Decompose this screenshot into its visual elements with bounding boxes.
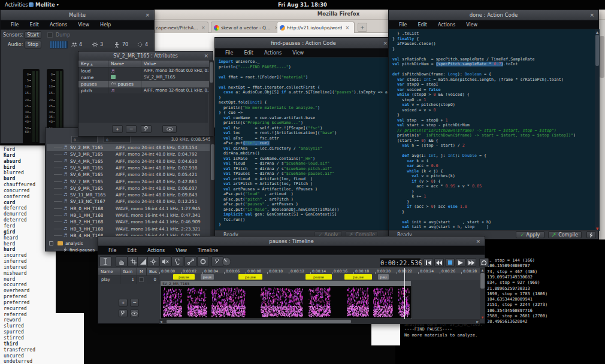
stop-button[interactable] [445, 258, 455, 267]
track-gain[interactable]: 1 [120, 276, 137, 284]
mute-tool-button[interactable] [159, 256, 171, 267]
timeline-titlebar[interactable]: pauses : Timeline × [98, 236, 485, 246]
column-name[interactable]: Name [98, 268, 120, 276]
track-name[interactable]: play [98, 276, 120, 284]
firefox-tab-1[interactable]: skew of a vector - Qwan...× [211, 22, 282, 33]
pause-marker[interactable]: pause [173, 274, 195, 280]
file-row-SV_13_NC_T167[interactable]: ♬SV_13_NC_T167AIFF, mono 24-int 48.0 kHz… [47, 198, 210, 205]
playhead-cursor[interactable] [404, 268, 405, 319]
file-row-SV_3_MR_T165[interactable]: ♬SV_3_MR_T165AIFF, mono 24-int 48.0 kHz,… [47, 151, 210, 157]
file-row-SV_4_MR_T165[interactable]: ♬SV_4_MR_T165AIFF, mono 24-int 48.0 kHz,… [47, 158, 210, 165]
column-m[interactable]: M [137, 268, 147, 276]
timeline-menu-view[interactable]: View [170, 248, 192, 253]
sensors-start-button[interactable]: Start [25, 31, 41, 39]
close-icon[interactable]: × [383, 38, 388, 48]
done-menu-view[interactable]: View [461, 22, 483, 28]
close-icon[interactable]: × [204, 51, 208, 60]
done-titlebar[interactable]: done : Action Code × [389, 10, 598, 20]
firefox-tab-2[interactable]: http://v21.io/oulipo/word× [277, 22, 355, 33]
attribute-row-loud[interactable]: loud♬AIFF, mono 32-float 0.0 kHz, 0:... [78, 68, 213, 74]
done-code-editor[interactable]: } .toList} finally { afPauses.close()} v… [389, 29, 595, 231]
column-bus[interactable]: Bus [147, 268, 159, 276]
timeline-menu-timeline[interactable]: Timeline [192, 248, 223, 253]
patch-tool-button[interactable] [184, 256, 196, 267]
track-view-button[interactable] [130, 310, 139, 317]
clock[interactable]: Fri Aug 31, 18:30 [278, 0, 327, 10]
app-menu[interactable]: Mellite ▾ [29, 0, 59, 10]
close-icon[interactable]: × [145, 10, 150, 20]
remove-attribute-button[interactable]: − [126, 125, 137, 133]
pause-marker[interactable]: paus [201, 274, 214, 280]
edit-attribute-button[interactable] [141, 125, 152, 133]
pause-marker[interactable]: pau [378, 274, 389, 280]
remove-track-button[interactable]: − [130, 299, 139, 307]
mellite-menu-help[interactable]: Help [95, 22, 116, 28]
compile-button[interactable]: Compile [548, 231, 582, 238]
track-mute-checkbox[interactable] [139, 277, 144, 282]
mellite-menu-edit[interactable]: Edit [24, 22, 44, 28]
file-row-SV_9_MR_T165[interactable]: ♬SV_9_MR_T165AIFF, mono 24-int 48.0 kHz,… [47, 185, 210, 192]
scroll-right-icon[interactable]: ▶ [476, 320, 479, 323]
add-attribute-button[interactable]: ＋ [112, 125, 123, 133]
audition-tool-button[interactable] [171, 256, 183, 267]
done-menu-edit[interactable]: Edit [412, 22, 432, 28]
selection-tool-button[interactable] [99, 256, 111, 267]
fast-forward-button[interactable] [467, 258, 476, 267]
file-row-HB_2_HH_T168[interactable]: ♬HB_2_HH_T168WAVE, mono 16-int 44.1 kHz,… [47, 219, 210, 225]
pause-marker[interactable]: pause [344, 274, 372, 280]
scroll-down-icon[interactable]: ▼ [480, 316, 485, 319]
done-menu-actions[interactable]: Actions [432, 22, 461, 28]
boost-spinner[interactable]: 0... [71, 136, 98, 143]
apply-button[interactable]: ✓Apply [516, 231, 544, 238]
run-action-button[interactable] [586, 231, 596, 238]
timeline-menu-file[interactable]: File [103, 248, 122, 253]
file-row-HB_0_HH_T168[interactable]: ♬HB_0_HH_T168WAVE, mono 16-int 44.1 kHz,… [47, 205, 210, 212]
file-row-SV_11_MR_T165[interactable]: ♬SV_11_MR_T165AIFF, mono 24-int 48.0 kHz… [47, 192, 210, 198]
find-pauses-menu-file[interactable]: File [220, 50, 238, 56]
attributes-scrollbar[interactable] [209, 60, 214, 136]
find-pauses-code-editor[interactable]: import universe._println("----FIND PAUSE… [215, 57, 388, 231]
audio-stop-button[interactable]: Stop [25, 41, 41, 48]
attributes-titlebar[interactable]: SV_2_MR_T165 : Attributes × [78, 51, 213, 60]
go-to-start-button[interactable] [424, 258, 433, 267]
timeline-hscrollbar[interactable]: ◀ ▶ [159, 319, 480, 324]
tab-close-icon[interactable]: × [201, 25, 205, 31]
pause-marker[interactable]: pause [305, 274, 332, 280]
file-row-SV_5_MR_T165[interactable]: ♬SV_5_MR_T165AIFF, mono 24-int 48.0 kHz,… [47, 165, 210, 171]
find-pauses-menu-edit[interactable]: Edit [238, 50, 259, 56]
column-key[interactable]: Key ▲ [78, 60, 108, 67]
loop-button[interactable] [479, 258, 489, 267]
find-pauses-titlebar[interactable]: find-pauses : Action Code × [215, 38, 392, 48]
sonogram-region[interactable] [161, 286, 412, 319]
view-attribute-button[interactable] [162, 125, 177, 133]
function-tool-button[interactable] [197, 256, 209, 267]
dump-checkbox[interactable] [47, 32, 53, 38]
tab-close-icon[interactable]: × [345, 25, 349, 31]
track-edit-button[interactable] [119, 310, 128, 317]
mellite-titlebar[interactable]: Mellite × [1, 10, 154, 20]
timeline-vscrollbar[interactable]: ▲ ▼ [480, 268, 485, 319]
track-bus[interactable]: 0 [147, 276, 159, 284]
monitor-knob[interactable] [221, 256, 232, 267]
done-scrollbar[interactable]: ▲ ▼ [595, 29, 600, 231]
expand-handle-icon[interactable] [49, 241, 53, 245]
zoom-spinner[interactable]: 0... [104, 136, 131, 143]
find-pauses-menu-actions[interactable]: Actions [259, 50, 287, 56]
hand-tool-button[interactable] [116, 256, 128, 267]
attribute-row-pauses[interactable]: pauses pauses [78, 81, 213, 87]
timeline-menu-edit[interactable]: Edit [122, 248, 142, 253]
scroll-left-icon[interactable]: ◀ [160, 320, 162, 323]
close-icon[interactable]: × [476, 236, 480, 246]
rewind-button[interactable] [434, 258, 444, 267]
mellite-menu-file[interactable]: File [5, 22, 24, 28]
timeline-menu-actions[interactable]: Actions [142, 248, 170, 253]
column-value[interactable]: Value [141, 60, 213, 67]
mellite-menu-actions[interactable]: Actions [44, 22, 72, 28]
region-header[interactable]: SV_2_MR_T165 [161, 281, 411, 286]
time-display[interactable]: 0:00:22.536 [380, 258, 421, 267]
file-row-SV_2_MR_T165[interactable]: ♬SV_2_MR_T165AIFF, mono 24-int 48.0 kHz,… [47, 144, 210, 151]
mellite-menu-view[interactable]: View [72, 22, 95, 28]
column-name[interactable]: Name [108, 60, 141, 67]
pause-marker[interactable]: pause [238, 274, 262, 280]
firefox-tab-0[interactable]: cape-next/PitchAC.sc...× [153, 22, 208, 33]
